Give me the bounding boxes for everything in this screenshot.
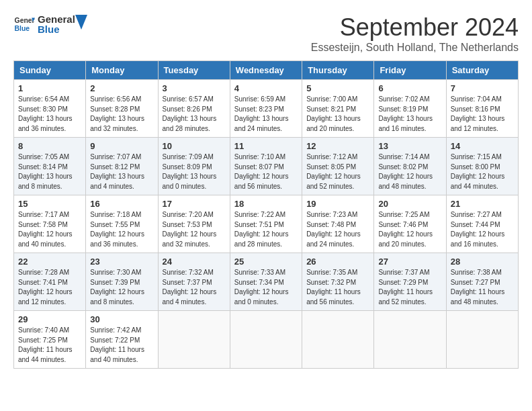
calendar-cell: 4Sunrise: 6:59 AM Sunset: 8:23 PM Daylig… — [230, 80, 302, 138]
day-info: Sunrise: 7:12 AM Sunset: 8:05 PM Dayligh… — [306, 152, 369, 191]
day-info: Sunrise: 7:10 AM Sunset: 8:07 PM Dayligh… — [234, 152, 298, 191]
day-number: 10 — [163, 141, 226, 151]
calendar-body: 1Sunrise: 6:54 AM Sunset: 8:30 PM Daylig… — [14, 80, 519, 369]
day-number: 23 — [90, 257, 153, 267]
day-info: Sunrise: 7:22 AM Sunset: 7:51 PM Dayligh… — [234, 210, 298, 249]
title-area: September 2024 Essesteijn, South Holland… — [311, 13, 519, 54]
day-number: 9 — [90, 141, 153, 151]
day-info: Sunrise: 7:25 AM Sunset: 7:46 PM Dayligh… — [378, 210, 441, 249]
day-info: Sunrise: 7:30 AM Sunset: 7:39 PM Dayligh… — [90, 268, 153, 307]
day-number: 19 — [306, 199, 369, 209]
day-info: Sunrise: 7:28 AM Sunset: 7:41 PM Dayligh… — [18, 268, 81, 307]
day-number: 12 — [306, 141, 369, 151]
day-info: Sunrise: 7:14 AM Sunset: 8:02 PM Dayligh… — [378, 152, 441, 191]
day-number: 29 — [18, 314, 81, 324]
header-day-friday: Friday — [374, 61, 446, 80]
day-number: 11 — [234, 141, 298, 151]
calendar-cell: 12Sunrise: 7:12 AM Sunset: 8:05 PM Dayli… — [302, 138, 374, 195]
calendar-cell: 18Sunrise: 7:22 AM Sunset: 7:51 PM Dayli… — [230, 195, 302, 253]
day-info: Sunrise: 7:07 AM Sunset: 8:12 PM Dayligh… — [90, 152, 153, 191]
day-info: Sunrise: 6:56 AM Sunset: 8:28 PM Dayligh… — [90, 95, 153, 134]
calendar-cell: 5Sunrise: 7:00 AM Sunset: 8:21 PM Daylig… — [302, 80, 374, 138]
day-number: 4 — [234, 83, 298, 93]
day-number: 16 — [90, 199, 153, 209]
header-day-thursday: Thursday — [302, 61, 374, 80]
calendar-cell: 19Sunrise: 7:23 AM Sunset: 7:48 PM Dayli… — [302, 195, 374, 253]
day-number: 30 — [90, 314, 153, 324]
day-info: Sunrise: 6:57 AM Sunset: 8:26 PM Dayligh… — [163, 95, 226, 134]
week-row-5: 29Sunrise: 7:40 AM Sunset: 7:25 PM Dayli… — [14, 311, 519, 369]
header-day-tuesday: Tuesday — [158, 61, 230, 80]
calendar-cell: 8Sunrise: 7:05 AM Sunset: 8:14 PM Daylig… — [14, 138, 86, 195]
day-info: Sunrise: 7:38 AM Sunset: 7:27 PM Dayligh… — [451, 268, 514, 307]
calendar-header: SundayMondayTuesdayWednesdayThursdayFrid… — [14, 61, 519, 80]
calendar-table: SundayMondayTuesdayWednesdayThursdayFrid… — [13, 60, 519, 369]
day-info: Sunrise: 7:23 AM Sunset: 7:48 PM Dayligh… — [306, 210, 369, 249]
calendar-cell: 21Sunrise: 7:27 AM Sunset: 7:44 PM Dayli… — [446, 195, 518, 253]
calendar-cell: 1Sunrise: 6:54 AM Sunset: 8:30 PM Daylig… — [14, 80, 86, 138]
day-number: 7 — [451, 83, 514, 93]
day-info: Sunrise: 6:54 AM Sunset: 8:30 PM Dayligh… — [18, 95, 81, 134]
calendar-cell — [446, 311, 518, 369]
day-info: Sunrise: 7:35 AM Sunset: 7:32 PM Dayligh… — [306, 268, 369, 307]
day-number: 15 — [18, 199, 81, 209]
day-number: 6 — [378, 83, 441, 93]
day-number: 24 — [163, 257, 226, 267]
month-title: September 2024 — [311, 13, 519, 42]
calendar-cell: 7Sunrise: 7:04 AM Sunset: 8:16 PM Daylig… — [446, 80, 518, 138]
calendar-cell: 9Sunrise: 7:07 AM Sunset: 8:12 PM Daylig… — [86, 138, 158, 195]
day-number: 21 — [451, 199, 514, 209]
header-day-wednesday: Wednesday — [230, 61, 302, 80]
day-number: 17 — [163, 199, 226, 209]
logo-blue: Blue — [38, 24, 60, 35]
week-row-3: 15Sunrise: 7:17 AM Sunset: 7:58 PM Dayli… — [14, 195, 519, 253]
calendar-cell — [230, 311, 302, 369]
day-number: 8 — [18, 141, 81, 151]
day-info: Sunrise: 7:37 AM Sunset: 7:29 PM Dayligh… — [378, 268, 441, 307]
calendar-cell: 28Sunrise: 7:38 AM Sunset: 7:27 PM Dayli… — [446, 253, 518, 311]
day-number: 2 — [90, 83, 153, 93]
day-info: Sunrise: 7:04 AM Sunset: 8:16 PM Dayligh… — [451, 95, 514, 134]
svg-text:Blue: Blue — [15, 25, 30, 32]
header-day-sunday: Sunday — [14, 61, 86, 80]
day-number: 27 — [378, 257, 441, 267]
calendar-cell: 29Sunrise: 7:40 AM Sunset: 7:25 PM Dayli… — [14, 311, 86, 369]
day-info: Sunrise: 7:42 AM Sunset: 7:22 PM Dayligh… — [90, 326, 153, 365]
calendar-cell: 15Sunrise: 7:17 AM Sunset: 7:58 PM Dayli… — [14, 195, 86, 253]
day-number: 5 — [306, 83, 369, 93]
day-info: Sunrise: 7:33 AM Sunset: 7:34 PM Dayligh… — [234, 268, 298, 307]
day-info: Sunrise: 7:40 AM Sunset: 7:25 PM Dayligh… — [18, 326, 81, 365]
calendar-cell: 13Sunrise: 7:14 AM Sunset: 8:02 PM Dayli… — [374, 138, 446, 195]
logo: General Blue General Blue — [13, 13, 87, 35]
calendar-cell: 6Sunrise: 7:02 AM Sunset: 8:19 PM Daylig… — [374, 80, 446, 138]
day-info: Sunrise: 7:27 AM Sunset: 7:44 PM Dayligh… — [451, 210, 514, 249]
svg-marker-3 — [75, 15, 87, 30]
logo-icon: General Blue — [13, 13, 35, 35]
day-info: Sunrise: 6:59 AM Sunset: 8:23 PM Dayligh… — [234, 95, 298, 134]
location-title: Essesteijn, South Holland, The Netherlan… — [311, 42, 519, 54]
calendar-cell — [302, 311, 374, 369]
calendar-cell: 23Sunrise: 7:30 AM Sunset: 7:39 PM Dayli… — [86, 253, 158, 311]
calendar-cell: 20Sunrise: 7:25 AM Sunset: 7:46 PM Dayli… — [374, 195, 446, 253]
day-number: 14 — [451, 141, 514, 151]
day-info: Sunrise: 7:32 AM Sunset: 7:37 PM Dayligh… — [163, 268, 226, 307]
calendar-cell: 24Sunrise: 7:32 AM Sunset: 7:37 PM Dayli… — [158, 253, 230, 311]
calendar-cell: 16Sunrise: 7:18 AM Sunset: 7:55 PM Dayli… — [86, 195, 158, 253]
calendar-cell: 2Sunrise: 6:56 AM Sunset: 8:28 PM Daylig… — [86, 80, 158, 138]
calendar-cell: 11Sunrise: 7:10 AM Sunset: 8:07 PM Dayli… — [230, 138, 302, 195]
day-number: 26 — [306, 257, 369, 267]
header: General Blue General Blue September 2024… — [13, 13, 519, 54]
day-info: Sunrise: 7:17 AM Sunset: 7:58 PM Dayligh… — [18, 210, 81, 249]
calendar-cell: 25Sunrise: 7:33 AM Sunset: 7:34 PM Dayli… — [230, 253, 302, 311]
day-number: 18 — [234, 199, 298, 209]
week-row-4: 22Sunrise: 7:28 AM Sunset: 7:41 PM Dayli… — [14, 253, 519, 311]
calendar-cell — [374, 311, 446, 369]
calendar-cell — [158, 311, 230, 369]
day-info: Sunrise: 7:15 AM Sunset: 8:00 PM Dayligh… — [451, 152, 514, 191]
day-info: Sunrise: 7:09 AM Sunset: 8:09 PM Dayligh… — [163, 152, 226, 191]
logo-chevron-icon — [75, 15, 87, 30]
week-row-2: 8Sunrise: 7:05 AM Sunset: 8:14 PM Daylig… — [14, 138, 519, 195]
calendar-cell: 17Sunrise: 7:20 AM Sunset: 7:53 PM Dayli… — [158, 195, 230, 253]
calendar-cell: 22Sunrise: 7:28 AM Sunset: 7:41 PM Dayli… — [14, 253, 86, 311]
calendar-cell: 14Sunrise: 7:15 AM Sunset: 8:00 PM Dayli… — [446, 138, 518, 195]
